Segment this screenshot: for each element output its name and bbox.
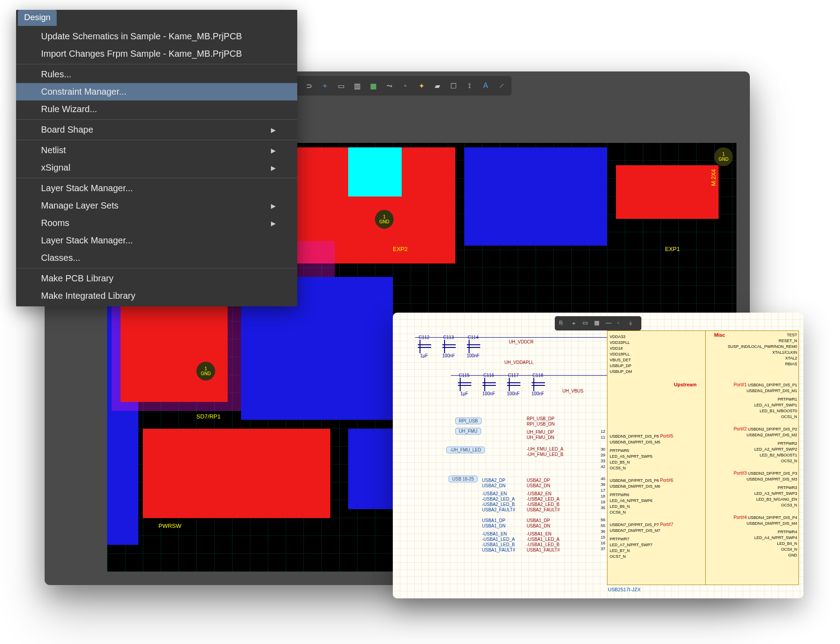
net-rpi-usb-dp[interactable]: RPI_USB_DP <box>527 416 554 421</box>
menu-item[interactable]: Layer Stack Manager... <box>16 180 297 197</box>
menu-item[interactable]: Make Integrated Library <box>16 287 297 305</box>
chip-icon[interactable]: ▦ <box>368 80 378 91</box>
cap-c113[interactable]: C113 100nF <box>440 335 457 358</box>
port-group: USBDN5_DP/PRT_DIS_P5 Port#5USBDN5_DM/PRT… <box>610 433 673 471</box>
snap-icon[interactable]: ⊃ <box>304 80 314 91</box>
menu-separator <box>16 64 297 64</box>
design-menu-title[interactable]: Design <box>18 10 57 26</box>
pin-number: 40 <box>597 476 605 482</box>
pin-nums-left: 121130293342403917181935565536151637 <box>597 429 605 558</box>
sig-usba1-led-b: -USBA1_LED_B <box>482 542 515 547</box>
crosshair-icon[interactable]: ＋ <box>320 80 330 91</box>
submenu-arrow-icon: ▶ <box>271 147 276 154</box>
polygon-icon[interactable]: ▰ <box>432 80 443 91</box>
pin-number: 37 <box>597 546 605 552</box>
net-usba1-dn[interactable]: USBA1_DN <box>527 523 550 528</box>
harness-uh-fmu[interactable]: UH_FMU <box>455 428 481 435</box>
select-rect-icon[interactable]: ▭ <box>336 80 346 91</box>
cap-val: 100nF <box>529 391 547 396</box>
filter-icon[interactable]: ⎘ <box>559 319 567 327</box>
menu-item[interactable]: xSignal▶ <box>16 159 297 176</box>
cap-c117[interactable]: C117 100nF <box>504 373 522 396</box>
cap-c115[interactable]: C115 1µF <box>455 373 473 396</box>
text-icon[interactable]: A <box>480 80 491 91</box>
port-group: USBDN6_DP/PRT_DIS_P6 Port#6USBDN6_DM/PRT… <box>610 477 673 515</box>
menu-item[interactable]: Rule Wizard... <box>16 100 297 118</box>
misc-title: Misc <box>714 332 725 338</box>
measure-icon[interactable]: ⟟ <box>464 80 475 91</box>
menu-item-label: Rooms <box>41 218 69 228</box>
net-usba2-fault[interactable]: USBA2_FAULT# <box>527 507 560 512</box>
net-usba1-led-b[interactable]: -USBA1_LED_B <box>527 542 559 547</box>
pin-number: 15 <box>597 535 605 540</box>
upstream-pins: VDDA33VDD33PLLVDD18VDD18PLLVBUS_DETUSBUP… <box>610 334 632 375</box>
menu-item[interactable]: Layer Stack Manager... <box>16 232 297 249</box>
cap-c116[interactable]: C116 100nF <box>480 373 498 396</box>
net-usba1-led-a[interactable]: -USBA1_LED_A <box>527 537 559 542</box>
net-uh-fmu-led-b[interactable]: -UH_FMU_LED_B <box>527 452 563 457</box>
crosshair-icon[interactable]: ＋ <box>571 319 579 327</box>
net-usba1-fault[interactable]: USBA1_FAULT# <box>527 548 560 552</box>
net-usba1-en[interactable]: -USBA1_EN <box>527 531 552 536</box>
menu-item[interactable]: Constraint Manager... <box>16 83 297 100</box>
net-usba1-dp[interactable]: USBA1_DP <box>527 518 550 523</box>
net-usba2-led-b[interactable]: -USBA2_LED_B <box>527 502 559 507</box>
pin-row: VBUS_DET <box>610 357 632 363</box>
bars-icon[interactable]: ▥ <box>352 80 362 91</box>
menu-item[interactable]: Manage Layer Sets▶ <box>16 197 297 214</box>
menu-item[interactable]: Import Changes Frpm Sample - Kame_MB.Prj… <box>16 45 297 63</box>
pin-number: 36 <box>597 529 605 535</box>
exp2-label: EXP2 <box>393 246 408 252</box>
menu-item[interactable]: Classes... <box>16 249 297 267</box>
menu-item[interactable]: Make PCB Library <box>16 270 297 287</box>
harness-usb1625[interactable]: USB 16-25 <box>449 476 478 482</box>
copper-region <box>616 165 719 219</box>
pin-number: 55 <box>597 523 605 529</box>
net-uh-vddapll[interactable]: UH_VDDAPLL <box>504 360 534 365</box>
harness-rpi-usb[interactable]: RPI_USB <box>455 418 482 424</box>
menu-item-label: Import Changes Frpm Sample - Kame_MB.Prj… <box>41 49 242 59</box>
part-icon[interactable]: ▦ <box>594 319 602 327</box>
menu-item[interactable]: Board Shape▶ <box>16 121 297 138</box>
net-uh-vbus[interactable]: UH_VBUS <box>562 389 583 393</box>
net-usba2-en[interactable]: -USBA2_EN <box>527 491 552 496</box>
menu-item[interactable]: Netlist▶ <box>16 142 297 159</box>
marquee-icon[interactable]: ▭ <box>582 319 590 327</box>
wire-icon[interactable]: — <box>606 319 614 327</box>
net-uh-fmu-led-a[interactable]: -UH_FMU_LED_A <box>527 447 563 452</box>
net-usba2-dp[interactable]: USBA2_DP <box>527 478 550 483</box>
pin-row: USBUP_DM <box>610 369 632 375</box>
via-icon[interactable]: ◦ <box>400 80 411 91</box>
cap-c118[interactable]: C118 100nF <box>529 373 547 396</box>
gnd-pad: 1 GND <box>714 147 733 166</box>
net-rpi-usb-dn[interactable]: RPI_USB_DN <box>527 422 555 427</box>
schematic-toolbar: ⎘ ＋ ▭ ▦ — ◦ ⏚ <box>555 316 641 330</box>
dimension-icon[interactable]: ☐ <box>448 80 459 91</box>
menu-item[interactable]: Rooms▶ <box>16 214 297 232</box>
capacitor-symbol <box>509 378 518 391</box>
sig-usba1-dn: USBA1_DN <box>482 523 506 528</box>
cap-c114[interactable]: C114 100nF <box>464 335 482 358</box>
highlight-icon[interactable]: ✦ <box>416 80 427 91</box>
copper-region <box>121 295 228 402</box>
menu-item[interactable]: Update Schematics in Sample - Kame_MB.Pr… <box>16 28 297 45</box>
line-icon[interactable]: ⟋ <box>496 80 507 91</box>
net-uh-vddcr[interactable]: UH_VDDCR <box>509 339 534 344</box>
power-icon[interactable]: ⏚ <box>629 319 637 327</box>
net-usba2-led-a[interactable]: -USBA2_LED_A <box>527 497 559 502</box>
route-icon[interactable]: ⤳ <box>384 80 395 91</box>
menu-item[interactable]: Rules... <box>16 66 297 83</box>
pin-row: USBUP_DP <box>610 363 632 369</box>
submenu-arrow-icon: ▶ <box>271 220 276 227</box>
menu-separator <box>16 268 297 268</box>
net-icon[interactable]: ◦ <box>617 319 625 327</box>
net-uh-fmu-dn[interactable]: UH_FMU_DN <box>527 435 554 440</box>
net-usba2-dn[interactable]: USBA2_DN <box>527 483 550 488</box>
cap-c112[interactable]: C112 1µF <box>415 335 433 358</box>
pin-number: 17 <box>597 488 605 493</box>
pad-num: 1 <box>722 152 725 157</box>
harness-uh-fmu-led[interactable]: -UH_FMU_LED <box>446 447 485 453</box>
capacitor-symbol <box>533 378 542 391</box>
pin-row: SUSP_IND/LOCAL_PWR/NON_REM0 <box>728 344 797 350</box>
net-uh-fmu-dp[interactable]: UH_FMU_DP <box>527 430 554 435</box>
